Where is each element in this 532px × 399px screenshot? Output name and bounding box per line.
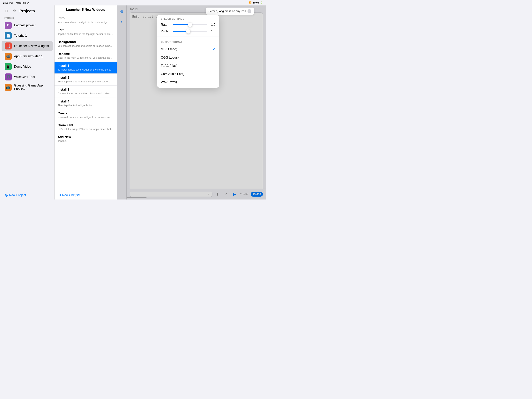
snippet-title-install3: Install 3 bbox=[58, 88, 114, 91]
sidebar-items-list: 🎙Podcast project📄Tutorial 1📕Launcher 5 N… bbox=[0, 20, 54, 191]
sidebar-item-label-voiceover: VoiceOver Test bbox=[14, 75, 35, 79]
format-option-caf[interactable]: Core Audio (.caf) bbox=[157, 70, 219, 78]
snippet-desc-install3: Choose Launcher and then choose which si… bbox=[58, 92, 114, 95]
format-option-flac[interactable]: FLAC (.flac) bbox=[157, 62, 219, 70]
rate-slider[interactable] bbox=[173, 24, 207, 25]
sidebar-item-icon-voiceover: 🎵 bbox=[5, 73, 12, 80]
speech-settings-label: SPEECH SETTINGS bbox=[157, 15, 219, 21]
battery-icon: 🔋 bbox=[260, 1, 263, 4]
format-label-flac: FLAC (.flac) bbox=[161, 64, 177, 68]
rate-value: 1.0 bbox=[209, 23, 215, 26]
snippet-desc-install1: To install a new style widget on the Hom… bbox=[58, 68, 114, 71]
snippet-item-install1[interactable]: Install 1To install a new style widget o… bbox=[55, 62, 117, 74]
status-time: 2:15 PM bbox=[3, 1, 13, 4]
snippet-title-edit: Edit bbox=[58, 28, 114, 32]
sidebar-item-icon-podcast: 🎙 bbox=[5, 22, 12, 29]
snippet-title-install2: Install 2 bbox=[58, 76, 114, 79]
sidebar-item-voiceover[interactable]: 🎵VoiceOver Test bbox=[1, 72, 53, 82]
format-label-wav: WAV (.wav) bbox=[161, 80, 177, 84]
snippet-title-create: Create bbox=[58, 112, 114, 115]
format-label-caf: Core Audio (.caf) bbox=[161, 72, 184, 76]
snippet-item-background[interactable]: BackgroundYou can set background colors … bbox=[55, 38, 117, 50]
sidebar-item-label-apppreview1: App Preview Video 1 bbox=[14, 55, 43, 58]
snippet-title-addnew: Add New bbox=[58, 135, 114, 139]
format-label-ogg: OGG (.opus) bbox=[161, 56, 179, 59]
sidebar-item-icon-guessing: 📺 bbox=[5, 84, 12, 91]
sidebar-section-label: Projects bbox=[0, 16, 54, 20]
rate-row: Rate 1.0 bbox=[157, 21, 219, 28]
snippet-list: IntroYou can add more widgets in the mai… bbox=[55, 14, 117, 190]
sidebar-item-icon-apppreview1: 📹 bbox=[5, 53, 12, 60]
more-options-button[interactable]: ··· bbox=[109, 8, 114, 12]
right-panel: ⚙ ↑ 108 Ch ▼ ⬇ ↗ ▶ bbox=[117, 6, 266, 200]
snippet-desc-addnew: Tap the. bbox=[58, 140, 114, 142]
sidebar-item-icon-demo: 📱 bbox=[5, 63, 12, 70]
sidebar-item-launcher[interactable]: 📕Launcher 5 New Widgets bbox=[1, 41, 53, 51]
snippet-title-cromulent: Cromulent bbox=[58, 123, 114, 127]
snippet-item-intro[interactable]: IntroYou can add more widgets in the mai… bbox=[55, 14, 117, 26]
sidebar-item-icon-tutorial: 📄 bbox=[5, 32, 12, 39]
middle-header: Launcher 5 New Widgets ··· bbox=[55, 6, 117, 14]
sidebar-item-label-guessing: Guessing Game App Preview bbox=[14, 84, 50, 91]
snippet-title-intro: Intro bbox=[58, 17, 114, 20]
sidebar-item-tutorial[interactable]: 📄Tutorial 1 bbox=[1, 31, 53, 41]
new-project-button[interactable]: ⊕ New Project bbox=[0, 191, 54, 200]
close-icon: ✕ bbox=[248, 10, 250, 13]
notification-text: Screen, long press on any icon bbox=[209, 10, 246, 13]
snippet-item-install2[interactable]: Install 2Then tap the plus icon at the t… bbox=[55, 74, 117, 85]
snippet-desc-install4: Then tap the Add Widget button. bbox=[58, 104, 114, 107]
sidebar: ⊟ ⚙ Projects Projects 🎙Podcast project📄T… bbox=[0, 6, 55, 200]
middle-panel-title: Launcher 5 New Widgets bbox=[66, 8, 105, 12]
pitch-value: 1.0 bbox=[209, 30, 215, 33]
format-option-wav[interactable]: WAV (.wav) bbox=[157, 78, 219, 86]
new-snippet-button[interactable]: ⊕ New Snippet bbox=[55, 190, 117, 200]
status-bar: 2:15 PM Mon Feb 14 📶 100% 🔋 bbox=[0, 0, 266, 6]
format-checkmark-mp3: ✓ bbox=[212, 47, 215, 51]
sidebar-item-podcast[interactable]: 🎙Podcast project bbox=[1, 20, 53, 30]
snippet-desc-intro: You can add more widgets in the main wid… bbox=[58, 21, 114, 24]
sidebar-item-label-tutorial: Tutorial 1 bbox=[14, 34, 27, 37]
snippet-title-install4: Install 4 bbox=[58, 100, 114, 103]
notification-tooltip: Screen, long press on any icon ✕ bbox=[206, 7, 254, 15]
snippet-item-rename[interactable]: RenameBack in the main widget menu, you … bbox=[55, 50, 117, 62]
format-option-mp3[interactable]: MP3 (.mp3)✓ bbox=[157, 45, 219, 54]
sidebar-toggle-button[interactable]: ⊟ bbox=[3, 8, 9, 14]
format-label-mp3: MP3 (.mp3) bbox=[161, 47, 177, 51]
snippet-item-create[interactable]: CreateNow we'll create a new widget from… bbox=[55, 109, 117, 121]
battery-percentage: 100% bbox=[253, 1, 259, 4]
snippet-item-edit[interactable]: EditTap the edit button in the top right… bbox=[55, 26, 117, 38]
sidebar-item-label-demo: Demo Video bbox=[14, 65, 31, 68]
snippet-item-addnew[interactable]: Add NewTap the. bbox=[55, 133, 117, 145]
snippet-item-cromulent[interactable]: CromulentLet's call the widget 'Cromulen… bbox=[55, 121, 117, 133]
notification-close-button[interactable]: ✕ bbox=[247, 9, 251, 13]
status-indicators: 📶 100% 🔋 bbox=[249, 1, 263, 4]
sidebar-title: Projects bbox=[19, 9, 51, 13]
middle-panel: Launcher 5 New Widgets ··· IntroYou can … bbox=[55, 6, 117, 200]
output-format-section: OUTPUT FORMAT MP3 (.mp3)✓OGG (.opus)FLAC… bbox=[157, 38, 219, 88]
sidebar-item-demo[interactable]: 📱Demo Video bbox=[1, 62, 53, 72]
sidebar-item-apppreview1[interactable]: 📹App Preview Video 1 bbox=[1, 51, 53, 61]
sidebar-item-label-launcher: Launcher 5 New Widgets bbox=[14, 44, 49, 48]
snippet-item-install3[interactable]: Install 3Choose Launcher and then choose… bbox=[55, 85, 117, 97]
snippet-item-install4[interactable]: Install 4Then tap the Add Widget button. bbox=[55, 97, 117, 109]
pitch-row: Pitch 1.0 bbox=[157, 28, 219, 35]
rate-label: Rate bbox=[161, 23, 171, 26]
sidebar-item-guessing[interactable]: 📺Guessing Game App Preview bbox=[1, 82, 53, 92]
snippet-desc-install2: Then tap the plus icon at the top of the… bbox=[58, 80, 114, 83]
snippet-desc-edit: Tap the edit button in the top right cor… bbox=[58, 32, 114, 35]
snippet-desc-cromulent: Let's call the widget 'Cromulent Apps' s… bbox=[58, 128, 114, 130]
sidebar-item-label-podcast: Podcast project bbox=[14, 24, 35, 27]
pitch-slider[interactable] bbox=[173, 31, 207, 32]
settings-button[interactable]: ⚙ bbox=[11, 8, 18, 14]
new-project-label: New Project bbox=[9, 193, 26, 197]
format-option-ogg[interactable]: OGG (.opus) bbox=[157, 54, 219, 62]
new-snippet-plus-icon: ⊕ bbox=[58, 193, 61, 197]
snippet-title-rename: Rename bbox=[58, 52, 114, 56]
status-date: Mon Feb 14 bbox=[16, 1, 29, 4]
new-project-plus-icon: ⊕ bbox=[5, 193, 8, 198]
wifi-icon: 📶 bbox=[249, 1, 252, 4]
gear-icon: ⚙ bbox=[13, 9, 16, 13]
snippet-title-install1: Install 1 bbox=[58, 64, 114, 68]
pitch-label: Pitch bbox=[161, 30, 171, 33]
snippet-desc-background: You can set background colors or images … bbox=[58, 45, 114, 47]
